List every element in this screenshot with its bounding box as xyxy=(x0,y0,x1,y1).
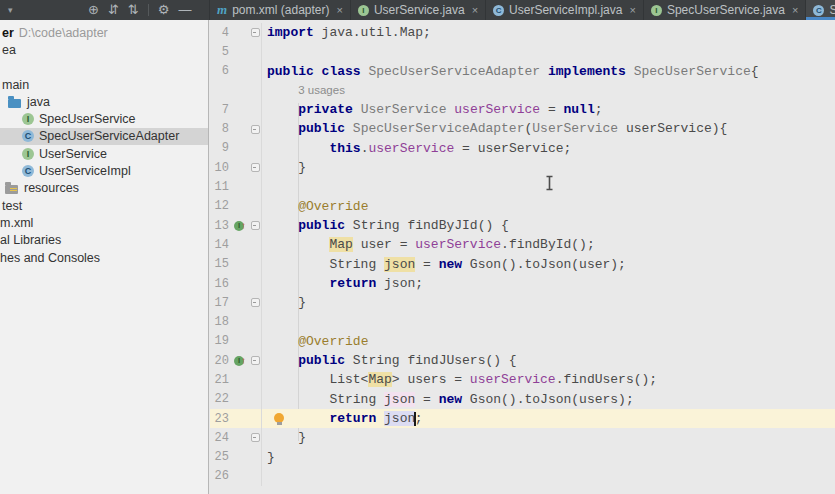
line-number[interactable]: 12 xyxy=(210,199,234,213)
override-marker-icon[interactable]: I↑ xyxy=(234,356,246,366)
project-dropdown-arrow-icon[interactable]: ▾ xyxy=(8,5,13,15)
code-text: @Override xyxy=(262,332,368,351)
line-number[interactable]: 23 xyxy=(210,412,234,426)
tab-close-icon[interactable]: × xyxy=(472,4,478,16)
line-number[interactable]: 20 xyxy=(210,354,234,368)
line-number[interactable]: 11 xyxy=(210,180,234,194)
code-line[interactable]: 18 xyxy=(210,312,835,331)
code-editor[interactable]: 4import java.util.Map;56public class Spe… xyxy=(210,20,835,494)
line-number[interactable]: 14 xyxy=(210,238,234,252)
code-line[interactable]: 26 xyxy=(210,467,835,486)
tree-item-er[interactable]: erD:\code\adapter xyxy=(0,24,208,41)
line-number[interactable]: 7 xyxy=(210,103,234,117)
fold-marker-icon[interactable] xyxy=(251,125,260,134)
code-line[interactable]: 21 List<Map> users = userService.findUse… xyxy=(210,370,835,389)
tree-item-specuserservice[interactable]: ISpecUserService xyxy=(0,110,208,127)
code-line[interactable]: 6public class SpecUserServiceAdapter imp… xyxy=(210,62,835,81)
code-text: public SpecUserServiceAdapter(UserServic… xyxy=(262,119,727,138)
hide-panel-icon[interactable]: — xyxy=(178,0,191,20)
line-number[interactable]: 15 xyxy=(210,257,234,271)
line-number[interactable]: 8 xyxy=(210,122,234,136)
code-line[interactable]: 19 @Override xyxy=(210,332,835,351)
tree-item-hes-and-consoles[interactable]: hes and Consoles xyxy=(0,249,208,266)
line-number[interactable]: 24 xyxy=(210,431,234,445)
code-line[interactable]: 17 } xyxy=(210,293,835,312)
collapse-all-icon[interactable]: ⇅ xyxy=(128,0,139,20)
gutter: 4 xyxy=(210,23,262,42)
code-line[interactable]: 10 } xyxy=(210,158,835,177)
code-line[interactable]: 12 @Override xyxy=(210,197,835,216)
line-number[interactable]: 25 xyxy=(210,450,234,464)
tab-close-icon[interactable]: × xyxy=(629,4,635,16)
tree-item-m-xml[interactable]: m.xml xyxy=(0,214,208,231)
fold-slot xyxy=(249,28,261,37)
fold-marker-icon[interactable] xyxy=(251,433,260,442)
code-line[interactable]: 23 return json; xyxy=(210,409,835,428)
code-line[interactable]: 8 public SpecUserServiceAdapter(UserServ… xyxy=(210,119,835,138)
settings-gear-icon[interactable]: ⚙ xyxy=(158,0,170,20)
line-number[interactable]: 16 xyxy=(210,277,234,291)
fold-slot xyxy=(249,221,261,230)
tree-item-label: SpecUserServiceAdapter xyxy=(39,129,179,143)
tree-item-java[interactable]: java xyxy=(0,93,208,110)
gutter: 18 xyxy=(210,312,262,331)
gutter-icon-slot: I↑ xyxy=(234,221,249,231)
line-number[interactable]: 13 xyxy=(210,219,234,233)
fold-marker-icon[interactable] xyxy=(251,163,260,172)
tree-item-main[interactable]: main xyxy=(0,76,208,93)
tree-item-al-libraries[interactable]: al Libraries xyxy=(0,232,208,249)
gutter: 19 xyxy=(210,332,262,351)
tab-close-icon[interactable]: × xyxy=(337,4,343,16)
locate-icon[interactable]: ⊕ xyxy=(88,0,99,20)
code-line[interactable]: 13I↑ public String findByJId() { xyxy=(210,216,835,235)
code-line[interactable]: 14 Map user = userService.findById(); xyxy=(210,235,835,254)
fold-marker-icon[interactable] xyxy=(251,28,260,37)
tree-item-userserviceimpl[interactable]: CUserServiceImpl xyxy=(0,162,208,179)
usages-inlay-hint[interactable]: 3 usages xyxy=(298,84,345,96)
override-marker-icon[interactable]: I↑ xyxy=(234,221,246,231)
gutter: 20I↑ xyxy=(210,351,262,370)
fold-marker-icon[interactable] xyxy=(251,356,260,365)
fold-marker-icon[interactable] xyxy=(251,221,260,230)
line-number[interactable]: 21 xyxy=(210,373,234,387)
line-number[interactable]: 9 xyxy=(210,141,234,155)
fold-marker-icon[interactable] xyxy=(251,298,260,307)
intention-lightbulb-icon[interactable] xyxy=(274,413,284,423)
tab-close-icon[interactable]: × xyxy=(792,4,798,16)
tree-item-specuserserviceadapter[interactable]: CSpecUserServiceAdapter xyxy=(0,128,208,145)
line-number[interactable]: 19 xyxy=(210,334,234,348)
line-number[interactable]: 22 xyxy=(210,392,234,406)
line-number[interactable]: 6 xyxy=(210,64,234,78)
inlay-hint-row[interactable]: 3 usages xyxy=(210,81,835,100)
line-number[interactable]: 17 xyxy=(210,296,234,310)
line-number[interactable]: 4 xyxy=(210,26,234,40)
line-number[interactable]: 26 xyxy=(210,469,234,483)
code-text: 3 usages xyxy=(262,81,345,100)
code-line[interactable]: 25} xyxy=(210,448,835,467)
code-line[interactable]: 11 xyxy=(210,177,835,196)
code-line[interactable]: 4import java.util.Map; xyxy=(210,23,835,42)
toolbar-separator xyxy=(148,4,149,16)
tree-item-resources[interactable]: resources xyxy=(0,180,208,197)
code-line[interactable]: 7 private UserService userService = null… xyxy=(210,100,835,119)
line-number[interactable]: 10 xyxy=(210,161,234,175)
code-line[interactable]: 15 String json = new Gson().toJson(user)… xyxy=(210,255,835,274)
editor-tab[interactable]: IUserService.java× xyxy=(351,0,486,20)
gutter: 11 xyxy=(210,177,262,196)
code-line[interactable]: 9 this.userService = userService; xyxy=(210,139,835,158)
code-line[interactable]: 16 return json; xyxy=(210,274,835,293)
tree-item-userservice[interactable]: IUserService xyxy=(0,145,208,162)
editor-tab[interactable]: ISpecUserService.java× xyxy=(644,0,807,20)
tree-item-ea[interactable]: ea xyxy=(0,41,208,58)
code-line[interactable]: 20I↑ public String findJUsers() { xyxy=(210,351,835,370)
expand-all-icon[interactable]: ⇵ xyxy=(108,0,119,20)
line-number[interactable]: 5 xyxy=(210,45,234,59)
editor-tab[interactable]: CUserServiceImpl.java× xyxy=(486,0,644,20)
line-number[interactable]: 18 xyxy=(210,315,234,329)
editor-tab[interactable]: mpom.xml (adapter)× xyxy=(210,0,351,20)
code-line[interactable]: 5 xyxy=(210,42,835,61)
tree-item-test[interactable]: test xyxy=(0,197,208,214)
code-line[interactable]: 22 String json = new Gson().toJson(users… xyxy=(210,390,835,409)
code-line[interactable]: 24 } xyxy=(210,428,835,447)
editor-tab[interactable]: CSpecUserService xyxy=(806,0,835,20)
